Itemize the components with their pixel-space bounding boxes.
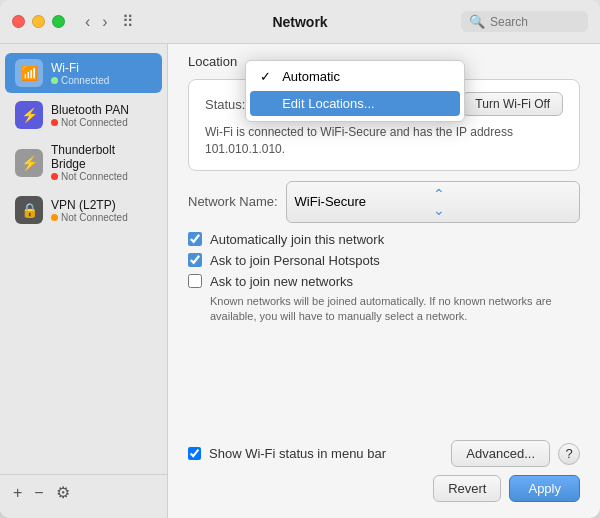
- status-label: Status:: [205, 97, 245, 112]
- sidebar-item-wifi-status: Connected: [51, 75, 109, 86]
- apply-button[interactable]: Apply: [509, 475, 580, 502]
- minimize-button[interactable]: [32, 15, 45, 28]
- sidebar-item-wifi-name: Wi-Fi: [51, 61, 109, 75]
- status-dot-red-bt: [51, 119, 58, 126]
- sidebar-item-wifi[interactable]: 📶 Wi-Fi Connected: [5, 53, 162, 93]
- bottom-buttons: Revert Apply: [188, 475, 580, 502]
- checkbox-auto-join: Automatically join this network: [188, 232, 580, 247]
- sidebar-item-vpn-name: VPN (L2TP): [51, 198, 128, 212]
- search-input[interactable]: [490, 15, 580, 29]
- menubar-checkbox[interactable]: [188, 447, 201, 460]
- auto-join-checkbox[interactable]: [188, 232, 202, 246]
- thunderbolt-icon: ⚡: [15, 149, 43, 177]
- location-label: Location: [188, 54, 237, 69]
- network-name-row: Network Name: WiFi-Secure ⌃⌄: [188, 181, 580, 223]
- personal-hotspot-checkbox[interactable]: [188, 253, 202, 267]
- sidebar: 📶 Wi-Fi Connected ⚡ Bluetooth PAN Not Co…: [0, 44, 168, 518]
- gear-button[interactable]: ⚙: [51, 481, 75, 504]
- titlebar: ‹ › ⠿ Network 🔍: [0, 0, 600, 44]
- new-networks-label: Ask to join new networks: [210, 274, 353, 289]
- sidebar-bottom: + − ⚙: [0, 474, 167, 510]
- sidebar-item-tb-status: Not Connected: [51, 171, 152, 182]
- window-title: Network: [272, 14, 327, 30]
- location-option-automatic[interactable]: ✓ Automatic: [246, 64, 464, 89]
- auto-join-label: Automatically join this network: [210, 232, 384, 247]
- network-name-label: Network Name:: [188, 194, 278, 209]
- help-button[interactable]: ?: [558, 443, 580, 465]
- vpn-icon: 🔒: [15, 196, 43, 224]
- location-option-edit[interactable]: Edit Locations...: [250, 91, 460, 116]
- checkmark-icon: ✓: [260, 69, 276, 84]
- forward-button[interactable]: ›: [98, 14, 111, 30]
- bottom-section: Show Wi-Fi status in menu bar Advanced..…: [188, 430, 580, 502]
- right-panel: Location ✓ Automatic Edit Locations...: [168, 44, 600, 518]
- network-name-value: WiFi-Secure: [295, 194, 433, 209]
- add-network-button[interactable]: +: [8, 482, 27, 504]
- main-content: 📶 Wi-Fi Connected ⚡ Bluetooth PAN Not Co…: [0, 44, 600, 518]
- status-dot-red-tb: [51, 173, 58, 180]
- status-description: Wi-Fi is connected to WiFi-Secure and ha…: [205, 124, 563, 158]
- revert-button[interactable]: Revert: [433, 475, 501, 502]
- sidebar-item-tb-name: Thunderbolt Bridge: [51, 143, 152, 171]
- new-networks-checkbox[interactable]: [188, 274, 202, 288]
- network-name-select[interactable]: WiFi-Secure ⌃⌄: [286, 181, 580, 223]
- wifi-icon: 📶: [15, 59, 43, 87]
- traffic-lights: [12, 15, 65, 28]
- location-row: Location ✓ Automatic Edit Locations...: [188, 54, 580, 69]
- maximize-button[interactable]: [52, 15, 65, 28]
- checkbox-new-networks: Ask to join new networks: [188, 274, 580, 289]
- search-icon: 🔍: [469, 14, 485, 29]
- back-button[interactable]: ‹: [81, 14, 94, 30]
- sidebar-item-bt-name: Bluetooth PAN: [51, 103, 129, 117]
- sidebar-item-vpn[interactable]: 🔒 VPN (L2TP) Not Connected: [5, 190, 162, 230]
- remove-network-button[interactable]: −: [29, 482, 48, 504]
- checkbox-note: Known networks will be joined automatica…: [210, 294, 580, 325]
- menubar-label: Show Wi-Fi status in menu bar: [209, 446, 386, 461]
- location-dropdown-menu[interactable]: ✓ Automatic Edit Locations...: [245, 60, 465, 122]
- status-dot-yellow: [51, 214, 58, 221]
- sidebar-item-thunderbolt[interactable]: ⚡ Thunderbolt Bridge Not Connected: [5, 137, 162, 188]
- sidebar-item-vpn-status: Not Connected: [51, 212, 128, 223]
- advanced-button[interactable]: Advanced...: [451, 440, 550, 467]
- checkbox-personal-hotspot: Ask to join Personal Hotspots: [188, 253, 580, 268]
- grid-button[interactable]: ⠿: [122, 12, 134, 31]
- menubar-row: Show Wi-Fi status in menu bar Advanced..…: [188, 440, 580, 467]
- search-box: 🔍: [461, 11, 588, 32]
- personal-hotspot-label: Ask to join Personal Hotspots: [210, 253, 380, 268]
- chevron-icon: ⌃⌄: [433, 186, 571, 218]
- sidebar-item-bluetooth[interactable]: ⚡ Bluetooth PAN Not Connected: [5, 95, 162, 135]
- turn-wifi-off-button[interactable]: Turn Wi-Fi Off: [462, 92, 563, 116]
- sidebar-item-bt-status: Not Connected: [51, 117, 129, 128]
- nav-buttons: ‹ ›: [81, 14, 112, 30]
- bluetooth-icon: ⚡: [15, 101, 43, 129]
- status-dot-green: [51, 77, 58, 84]
- close-button[interactable]: [12, 15, 25, 28]
